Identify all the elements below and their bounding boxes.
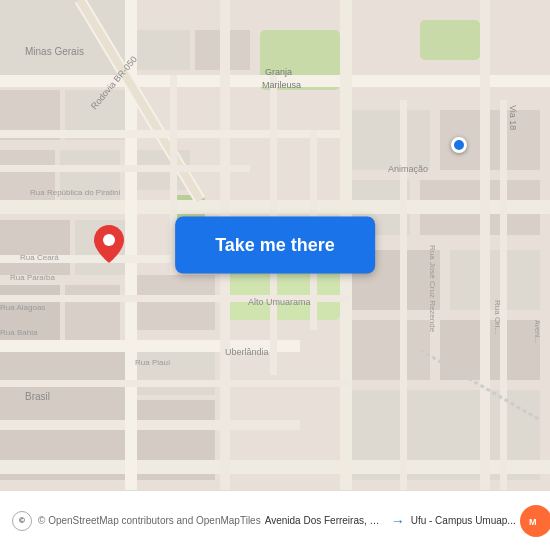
svg-text:Brasil: Brasil <box>25 391 50 402</box>
svg-text:Uberlândia: Uberlândia <box>225 347 269 357</box>
attribution-text: © OpenStreetMap contributors and OpenMap… <box>38 515 261 526</box>
osm-logo: © <box>12 511 32 531</box>
svg-text:Rua Ori...: Rua Ori... <box>493 300 502 334</box>
svg-text:Rua Alagoas: Rua Alagoas <box>0 303 45 312</box>
osm-logo-text: © <box>19 516 25 525</box>
svg-text:Marileusa: Marileusa <box>262 80 301 90</box>
svg-text:Aveni...: Aveni... <box>534 320 541 343</box>
svg-text:Granja: Granja <box>265 67 292 77</box>
svg-rect-10 <box>0 220 70 275</box>
attribution-section: © © OpenStreetMap contributors and OpenM… <box>12 511 261 531</box>
svg-rect-34 <box>0 460 550 474</box>
svg-text:Via 18: Via 18 <box>508 105 518 130</box>
route-section: Avenida Dos Ferreiras, 275... → Ufu - Ca… <box>261 513 520 529</box>
svg-rect-49 <box>400 100 407 490</box>
svg-text:Alto Umuarama: Alto Umuarama <box>248 297 311 307</box>
svg-rect-42 <box>0 165 250 172</box>
destination-label: Ufu - Campus Umuaр... <box>411 515 516 526</box>
take-me-there-button[interactable]: Take me there <box>175 217 375 274</box>
svg-text:Rua José Cruz Rezende: Rua José Cruz Rezende <box>428 245 437 333</box>
svg-text:Rua Bahia: Rua Bahia <box>0 328 38 337</box>
svg-rect-15 <box>135 30 190 70</box>
svg-point-70 <box>103 234 115 246</box>
svg-rect-21 <box>350 110 430 170</box>
origin-label: Avenida Dos Ferreiras, 275... <box>265 515 385 526</box>
svg-rect-13 <box>65 285 120 340</box>
svg-text:Rua Ceará: Rua Ceará <box>20 253 59 262</box>
bottom-bar: © © OpenStreetMap contributors and OpenM… <box>0 490 550 550</box>
svg-rect-33 <box>0 420 300 430</box>
svg-rect-27 <box>350 320 430 380</box>
svg-rect-45 <box>0 380 350 387</box>
svg-text:Rua Piauí: Rua Piauí <box>135 358 171 367</box>
svg-rect-50 <box>500 100 507 490</box>
app-container: Minas Gerais Rodovia BR-050 Granja Maril… <box>0 0 550 550</box>
svg-rect-18 <box>135 275 215 330</box>
svg-text:M: M <box>529 517 537 527</box>
svg-text:Rua Paraíba: Rua Paraíba <box>10 273 55 282</box>
map-area[interactable]: Minas Gerais Rodovia BR-050 Granja Maril… <box>0 0 550 490</box>
svg-text:Rua República do Piratini: Rua República do Piratini <box>30 188 120 197</box>
svg-text:Animação: Animação <box>388 164 428 174</box>
moovit-logo: M moovit <box>520 505 550 537</box>
moovit-icon: M <box>520 505 550 537</box>
destination-pin <box>94 225 124 267</box>
svg-text:Minas Gerais: Minas Gerais <box>25 46 84 57</box>
svg-rect-2 <box>420 20 480 60</box>
route-arrow-icon: → <box>391 513 405 529</box>
svg-rect-38 <box>480 0 490 490</box>
